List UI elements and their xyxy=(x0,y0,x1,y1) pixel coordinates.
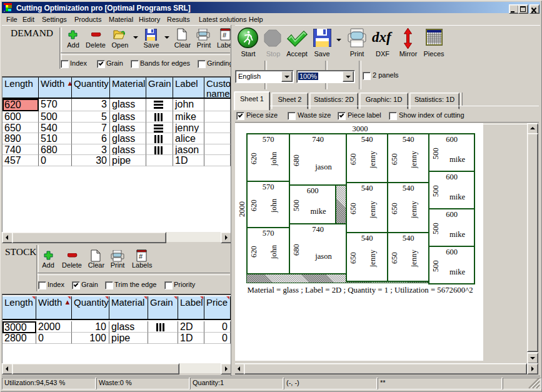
svg-text:#: # xyxy=(223,31,227,39)
svg-text:#: # xyxy=(139,253,143,260)
